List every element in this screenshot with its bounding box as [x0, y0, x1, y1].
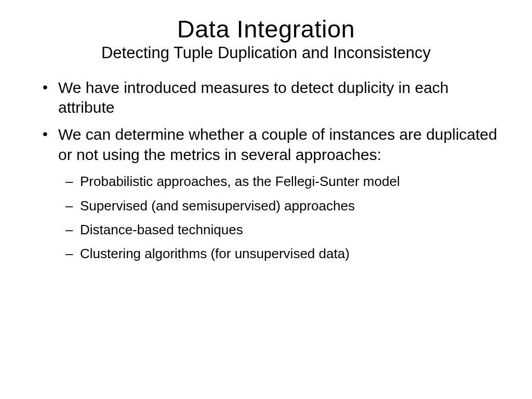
list-item: Probabilistic approaches, as the Fellegi…: [58, 172, 501, 191]
list-item: We can determine whether a couple of ins…: [36, 125, 501, 263]
bullet-text: We have introduced measures to detect du…: [58, 79, 449, 116]
title-block: Data Integration Detecting Tuple Duplica…: [31, 16, 501, 62]
list-item: We have introduced measures to detect du…: [36, 78, 501, 118]
sub-bullet-text: Distance-based techniques: [80, 222, 243, 237]
sub-bullet-text: Supervised (and semisupervised) approach…: [80, 198, 355, 214]
slide-title: Data Integration: [31, 16, 501, 43]
slide: Data Integration Detecting Tuple Duplica…: [0, 0, 532, 399]
sub-bullet-text: Clustering algorithms (for unsupervised …: [80, 246, 350, 261]
bullet-list: We have introduced measures to detect du…: [36, 78, 501, 263]
slide-content: We have introduced measures to detect du…: [31, 78, 501, 263]
sub-bullet-text: Probabilistic approaches, as the Fellegi…: [80, 174, 400, 189]
list-item: Clustering algorithms (for unsupervised …: [58, 244, 501, 263]
list-item: Supervised (and semisupervised) approach…: [58, 196, 501, 215]
bullet-text: We can determine whether a couple of ins…: [58, 126, 497, 163]
slide-subtitle: Detecting Tuple Duplication and Inconsis…: [31, 44, 501, 62]
sub-bullet-list: Probabilistic approaches, as the Fellegi…: [58, 172, 501, 263]
list-item: Distance-based techniques: [58, 220, 501, 239]
